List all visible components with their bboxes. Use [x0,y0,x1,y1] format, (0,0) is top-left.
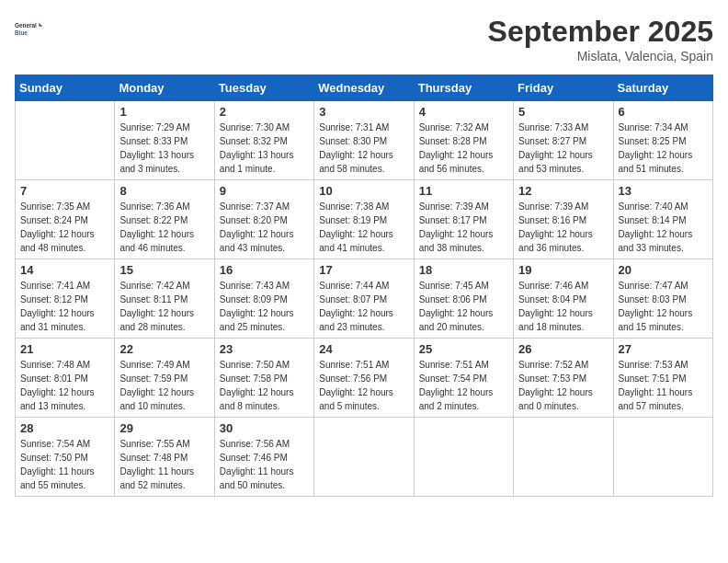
day-info: Sunrise: 7:37 AMSunset: 8:20 PMDaylight:… [220,200,309,255]
day-info: Sunrise: 7:32 AMSunset: 8:28 PMDaylight:… [419,121,508,176]
day-cell: 29Sunrise: 7:55 AMSunset: 7:48 PMDayligh… [115,418,214,497]
day-cell: 9Sunrise: 7:37 AMSunset: 8:20 PMDaylight… [214,180,313,259]
day-info: Sunrise: 7:54 AMSunset: 7:50 PMDaylight:… [20,437,109,492]
title-block: September 2025 Mislata, Valencia, Spain [488,15,713,63]
day-number: 20 [619,263,708,277]
column-header-wednesday: Wednesday [314,75,414,101]
day-cell: 4Sunrise: 7:32 AMSunset: 8:28 PMDaylight… [414,101,513,180]
day-info: Sunrise: 7:34 AMSunset: 8:25 PMDaylight:… [619,121,708,176]
day-info: Sunrise: 7:35 AMSunset: 8:24 PMDaylight:… [20,200,109,255]
day-cell [514,418,613,497]
day-info: Sunrise: 7:39 AMSunset: 8:17 PMDaylight:… [419,200,508,255]
day-info: Sunrise: 7:44 AMSunset: 8:07 PMDaylight:… [319,279,408,334]
day-number: 18 [419,263,508,277]
day-cell: 14Sunrise: 7:41 AMSunset: 8:12 PMDayligh… [16,259,115,339]
day-cell: 30Sunrise: 7:56 AMSunset: 7:46 PMDayligh… [214,418,313,497]
day-info: Sunrise: 7:45 AMSunset: 8:06 PMDaylight:… [419,279,508,334]
day-cell: 8Sunrise: 7:36 AMSunset: 8:22 PMDaylight… [115,180,214,259]
day-cell: 25Sunrise: 7:51 AMSunset: 7:54 PMDayligh… [414,339,513,418]
day-info: Sunrise: 7:49 AMSunset: 7:59 PMDaylight:… [119,358,209,413]
location: Mislata, Valencia, Spain [488,49,713,63]
week-row-1: 1Sunrise: 7:29 AMSunset: 8:33 PMDaylight… [16,101,713,180]
day-info: Sunrise: 7:39 AMSunset: 8:16 PMDaylight:… [518,200,608,255]
day-info: Sunrise: 7:51 AMSunset: 7:54 PMDaylight:… [419,358,508,413]
day-number: 13 [619,184,708,198]
day-cell: 21Sunrise: 7:48 AMSunset: 8:01 PMDayligh… [16,339,115,418]
day-info: Sunrise: 7:52 AMSunset: 7:53 PMDaylight:… [518,358,608,413]
day-number: 28 [20,421,109,435]
day-cell: 12Sunrise: 7:39 AMSunset: 8:16 PMDayligh… [514,180,613,259]
day-number: 7 [20,184,109,198]
day-cell: 15Sunrise: 7:42 AMSunset: 8:11 PMDayligh… [115,259,214,339]
day-info: Sunrise: 7:53 AMSunset: 7:51 PMDaylight:… [619,358,708,413]
day-info: Sunrise: 7:30 AMSunset: 8:32 PMDaylight:… [220,121,309,176]
column-header-friday: Friday [514,75,613,101]
day-info: Sunrise: 7:46 AMSunset: 8:04 PMDaylight:… [518,279,608,334]
day-cell: 18Sunrise: 7:45 AMSunset: 8:06 PMDayligh… [414,259,513,339]
day-info: Sunrise: 7:40 AMSunset: 8:14 PMDaylight:… [619,200,708,255]
day-number: 26 [518,342,608,356]
day-cell: 20Sunrise: 7:47 AMSunset: 8:03 PMDayligh… [613,259,712,339]
day-number: 16 [220,263,309,277]
day-cell: 28Sunrise: 7:54 AMSunset: 7:50 PMDayligh… [16,418,115,497]
day-cell: 22Sunrise: 7:49 AMSunset: 7:59 PMDayligh… [115,339,214,418]
day-cell: 17Sunrise: 7:44 AMSunset: 8:07 PMDayligh… [314,259,414,339]
day-cell: 27Sunrise: 7:53 AMSunset: 7:51 PMDayligh… [613,339,712,418]
day-number: 12 [518,184,608,198]
day-number: 2 [220,105,309,119]
day-number: 10 [319,184,408,198]
day-number: 22 [119,342,209,356]
day-cell: 10Sunrise: 7:38 AMSunset: 8:19 PMDayligh… [314,180,414,259]
day-cell [613,418,712,497]
day-number: 15 [119,263,209,277]
day-info: Sunrise: 7:38 AMSunset: 8:19 PMDaylight:… [319,200,408,255]
day-cell: 1Sunrise: 7:29 AMSunset: 8:33 PMDaylight… [115,101,214,180]
day-info: Sunrise: 7:47 AMSunset: 8:03 PMDaylight:… [619,279,708,334]
logo: GeneralBlue [15,15,44,44]
day-cell [16,101,115,180]
day-number: 1 [119,105,209,119]
month-title: September 2025 [488,15,713,49]
day-info: Sunrise: 7:42 AMSunset: 8:11 PMDaylight:… [119,279,209,334]
day-cell: 13Sunrise: 7:40 AMSunset: 8:14 PMDayligh… [613,180,712,259]
logo-icon: GeneralBlue [15,15,44,44]
day-number: 23 [220,342,309,356]
day-cell: 2Sunrise: 7:30 AMSunset: 8:32 PMDaylight… [214,101,313,180]
day-info: Sunrise: 7:43 AMSunset: 8:09 PMDaylight:… [220,279,309,334]
day-cell [314,418,414,497]
svg-marker-2 [39,23,42,27]
day-cell: 5Sunrise: 7:33 AMSunset: 8:27 PMDaylight… [514,101,613,180]
day-info: Sunrise: 7:56 AMSunset: 7:46 PMDaylight:… [220,437,309,492]
day-info: Sunrise: 7:55 AMSunset: 7:48 PMDaylight:… [119,437,209,492]
day-info: Sunrise: 7:29 AMSunset: 8:33 PMDaylight:… [119,121,209,176]
day-info: Sunrise: 7:51 AMSunset: 7:56 PMDaylight:… [319,358,408,413]
day-cell: 7Sunrise: 7:35 AMSunset: 8:24 PMDaylight… [16,180,115,259]
column-header-sunday: Sunday [16,75,115,101]
day-cell [414,418,513,497]
day-number: 11 [419,184,508,198]
week-row-5: 28Sunrise: 7:54 AMSunset: 7:50 PMDayligh… [16,418,713,497]
day-cell: 19Sunrise: 7:46 AMSunset: 8:04 PMDayligh… [514,259,613,339]
day-cell: 23Sunrise: 7:50 AMSunset: 7:58 PMDayligh… [214,339,313,418]
week-row-2: 7Sunrise: 7:35 AMSunset: 8:24 PMDaylight… [16,180,713,259]
day-number: 19 [518,263,608,277]
day-number: 30 [220,421,309,435]
day-number: 4 [419,105,508,119]
day-cell: 11Sunrise: 7:39 AMSunset: 8:17 PMDayligh… [414,180,513,259]
day-number: 5 [518,105,608,119]
day-number: 14 [20,263,109,277]
day-cell: 26Sunrise: 7:52 AMSunset: 7:53 PMDayligh… [514,339,613,418]
header-row: SundayMondayTuesdayWednesdayThursdayFrid… [16,75,713,101]
day-number: 29 [119,421,209,435]
day-info: Sunrise: 7:50 AMSunset: 7:58 PMDaylight:… [220,358,309,413]
column-header-monday: Monday [115,75,214,101]
column-header-tuesday: Tuesday [214,75,313,101]
day-cell: 16Sunrise: 7:43 AMSunset: 8:09 PMDayligh… [214,259,313,339]
day-number: 25 [419,342,508,356]
day-info: Sunrise: 7:48 AMSunset: 8:01 PMDaylight:… [20,358,109,413]
column-header-thursday: Thursday [414,75,513,101]
day-number: 3 [319,105,408,119]
day-number: 17 [319,263,408,277]
day-info: Sunrise: 7:31 AMSunset: 8:30 PMDaylight:… [319,121,408,176]
day-cell: 6Sunrise: 7:34 AMSunset: 8:25 PMDaylight… [613,101,712,180]
